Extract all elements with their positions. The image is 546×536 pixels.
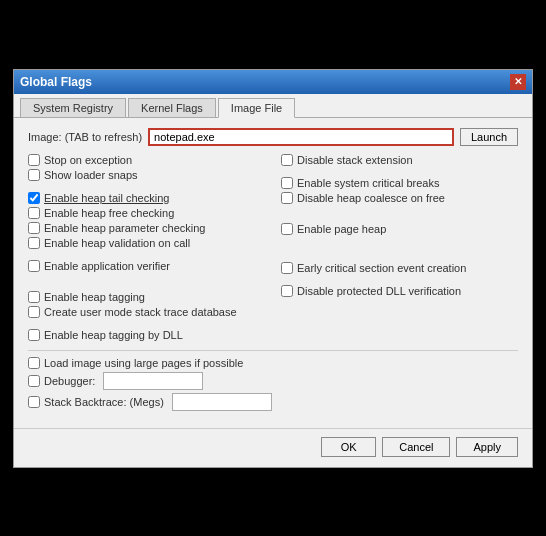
disable-stack-ext-checkbox[interactable] [281,154,293,166]
dll-tagging-label: Enable heap tagging by DLL [44,329,183,341]
stack-backtrace-input[interactable] [172,393,272,411]
show-loader-snaps-row: Show loader snaps [28,169,265,181]
heap-param-checkbox[interactable] [28,222,40,234]
stack-trace-row: Create user mode stack trace database [28,306,265,318]
heap-validation-label: Enable heap validation on call [44,237,190,249]
close-button[interactable]: ✕ [510,74,526,90]
heap-tail-row: Enable heap tail checking [28,192,265,204]
app-verifier-row: Enable application verifier [28,260,265,272]
app-verifier-checkbox[interactable] [28,260,40,272]
heap-tagging-checkbox[interactable] [28,291,40,303]
heap-free-checkbox[interactable] [28,207,40,219]
heap-coalesce-row: Disable heap coalesce on free [281,192,518,204]
system-critical-row: Enable system critical breaks [281,177,518,189]
protected-dll-row: Disable protected DLL verification [281,285,518,297]
tab-kernel-flags[interactable]: Kernel Flags [128,98,216,117]
cancel-button[interactable]: Cancel [382,437,450,457]
stop-exception-label: Stop on exception [44,154,132,166]
main-two-col: Stop on exception Show loader snaps Enab… [28,154,518,344]
show-loader-snaps-label: Show loader snaps [44,169,138,181]
heap-coalesce-label: Disable heap coalesce on free [297,192,445,204]
stack-backtrace-label: Stack Backtrace: (Megs) [44,396,164,408]
image-input-wrap [148,128,454,146]
early-critical-label: Early critical section event creation [297,262,466,274]
dll-tagging-row: Enable heap tagging by DLL [28,329,265,341]
image-row: Image: (TAB to refresh) Launch [28,128,518,146]
disable-stack-ext-label: Disable stack extension [297,154,413,166]
heap-tagging-row: Enable heap tagging [28,291,265,303]
stack-backtrace-checkbox[interactable] [28,396,40,408]
right-column: Disable stack extension Enable system cr… [273,154,518,344]
stack-trace-label: Create user mode stack trace database [44,306,237,318]
page-heap-row: Enable page heap [281,223,518,235]
heap-coalesce-checkbox[interactable] [281,192,293,204]
stack-trace-checkbox[interactable] [28,306,40,318]
debugger-label: Debugger: [44,375,95,387]
title-bar: Global Flags ✕ [14,70,532,94]
heap-param-label: Enable heap parameter checking [44,222,205,234]
page-heap-checkbox[interactable] [281,223,293,235]
stop-exception-checkbox[interactable] [28,154,40,166]
early-critical-row: Early critical section event creation [281,262,518,274]
heap-tail-checkbox[interactable] [28,192,40,204]
large-pages-checkbox[interactable] [28,357,40,369]
window-title: Global Flags [20,75,92,89]
heap-free-label: Enable heap free checking [44,207,174,219]
protected-dll-label: Disable protected DLL verification [297,285,461,297]
protected-dll-checkbox[interactable] [281,285,293,297]
footer: OK Cancel Apply [14,428,532,467]
heap-free-row: Enable heap free checking [28,207,265,219]
heap-tail-label: Enable heap tail checking [44,192,169,204]
large-pages-label: Load image using large pages if possible [44,357,243,369]
image-label: Image: (TAB to refresh) [28,131,142,143]
dll-tagging-checkbox[interactable] [28,329,40,341]
tab-content: Image: (TAB to refresh) Launch Stop on e… [14,118,532,424]
left-column: Stop on exception Show loader snaps Enab… [28,154,273,344]
tab-bar: System Registry Kernel Flags Image File [14,94,532,118]
early-critical-checkbox[interactable] [281,262,293,274]
debugger-input[interactable] [103,372,203,390]
global-flags-window: Global Flags ✕ System Registry Kernel Fl… [13,69,533,468]
stack-backtrace-row: Stack Backtrace: (Megs) [28,393,518,411]
page-heap-label: Enable page heap [297,223,386,235]
tab-system-registry[interactable]: System Registry [20,98,126,117]
show-loader-snaps-checkbox[interactable] [28,169,40,181]
launch-button[interactable]: Launch [460,128,518,146]
system-critical-checkbox[interactable] [281,177,293,189]
app-verifier-label: Enable application verifier [44,260,170,272]
heap-param-row: Enable heap parameter checking [28,222,265,234]
heap-validation-row: Enable heap validation on call [28,237,265,249]
debugger-checkbox[interactable] [28,375,40,387]
divider [28,350,518,351]
heap-validation-checkbox[interactable] [28,237,40,249]
tab-image-file[interactable]: Image File [218,98,295,118]
debugger-row: Debugger: [28,372,518,390]
large-pages-row: Load image using large pages if possible [28,357,518,369]
ok-button[interactable]: OK [321,437,376,457]
system-critical-label: Enable system critical breaks [297,177,439,189]
stop-exception-row: Stop on exception [28,154,265,166]
disable-stack-ext-row: Disable stack extension [281,154,518,166]
apply-button[interactable]: Apply [456,437,518,457]
image-input[interactable] [154,131,448,143]
heap-tagging-label: Enable heap tagging [44,291,145,303]
